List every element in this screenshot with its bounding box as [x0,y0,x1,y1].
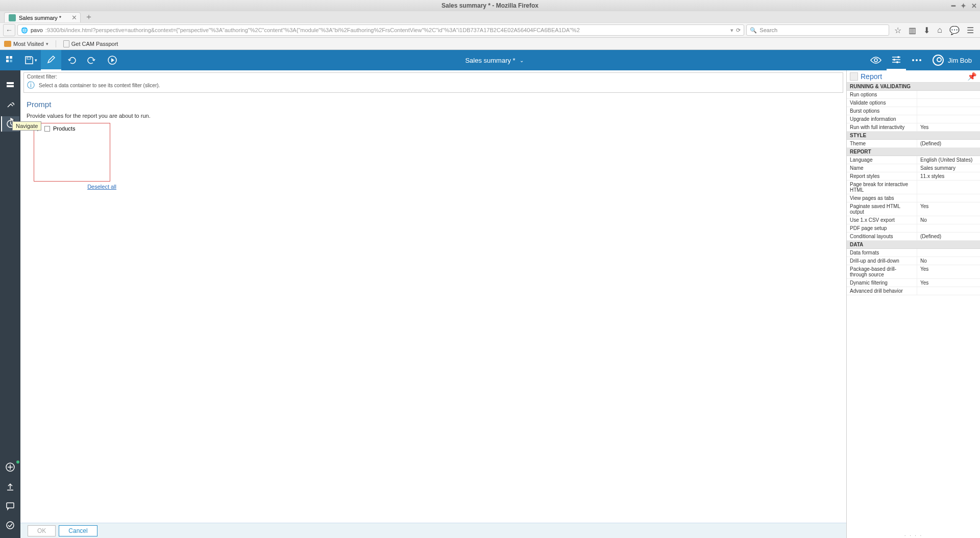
library-icon[interactable]: ▥ [909,25,916,35]
bookmark-cam-passport[interactable]: Get CAM Passport [63,40,118,47]
validate-button[interactable] [1,518,19,533]
deselect-all-link[interactable]: Deselect all [87,184,116,190]
property-label: Run options [847,91,917,98]
property-label: Upgrade information [847,115,917,123]
downloads-icon[interactable]: ⬇ [923,25,930,35]
property-row[interactable]: Advanced drill behavior [847,287,980,295]
run-button[interactable] [102,50,122,70]
toolbox-button[interactable] [1,97,19,112]
property-row[interactable]: View pages as tabs [847,194,980,202]
prompt-tree-select[interactable]: ▶ Products [34,123,110,182]
chat-button[interactable] [1,498,19,514]
tree-item-label: Products [53,125,75,132]
svg-rect-2 [6,60,9,62]
chevron-down-icon: ▾ [46,41,48,46]
url-input[interactable]: 🌐 pavo :9300/bi/index.html?perspective=a… [17,24,744,36]
app-switcher-button[interactable] [0,50,20,70]
svg-point-23 [7,522,14,529]
property-row[interactable]: PDF page setup [847,224,980,233]
bookmark-most-visited[interactable]: Most Visited ▾ [4,41,48,47]
close-tab-icon[interactable]: ✕ [71,14,77,21]
data-source-button[interactable] [1,78,19,93]
search-input[interactable]: 🔍 Search [746,24,889,36]
pin-icon[interactable]: 📌 [967,72,977,81]
property-value [917,249,980,257]
minimize-icon[interactable]: ━ [951,2,955,10]
main-canvas: Context filter: ⓘ Select a data containe… [20,70,846,538]
property-row[interactable]: Dynamic filteringYes [847,279,980,287]
property-row[interactable]: LanguageEnglish (United States) [847,156,980,164]
ok-button[interactable]: OK [28,525,56,536]
property-row[interactable]: Run with full interactivityYes [847,123,980,132]
property-label: Burst options [847,107,917,115]
reload-icon[interactable]: ⟳ [736,27,741,34]
checkbox[interactable] [44,126,50,132]
preview-button[interactable] [866,50,886,70]
cancel-button[interactable]: Cancel [59,525,97,536]
tree-item-products[interactable]: ▶ Products [37,125,107,132]
property-value [917,181,980,194]
property-row[interactable]: Report styles11.x styles [847,172,980,181]
menu-icon[interactable]: ☰ [967,25,974,35]
status-dot-icon [16,460,19,464]
property-row[interactable]: NameSales summary [847,164,980,172]
svg-rect-22 [7,503,14,508]
property-label: PDF page setup [847,224,917,232]
property-row[interactable]: Drill-up and drill-downNo [847,257,980,265]
add-button[interactable] [1,459,19,475]
browser-tab[interactable]: Sales summary * ✕ [4,12,81,22]
new-tab-button[interactable]: ＋ [81,12,97,22]
properties-toggle-button[interactable] [887,50,906,70]
property-label: View pages as tabs [847,194,917,202]
property-section-header: RUNNING & VALIDATING [847,83,980,91]
svg-point-13 [912,59,914,61]
document-title-area[interactable]: Sales summary * ⌄ [122,57,866,64]
property-row[interactable]: Upgrade information [847,115,980,123]
drag-handle-icon[interactable]: . . . . [847,530,980,538]
context-filter-bar: Context filter: ⓘ Select a data containe… [23,72,843,93]
property-row[interactable]: Paginate saved HTML outputYes [847,202,980,216]
property-label: Page break for interactive HTML [847,181,917,194]
more-button[interactable] [907,50,926,70]
browser-tab-bar: Sales summary * ✕ ＋ [0,11,980,22]
user-menu[interactable]: Jim Bob [933,55,972,66]
property-row[interactable]: Data formats [847,249,980,257]
chat-icon[interactable]: 💬 [949,25,960,35]
property-label: Paginate saved HTML output [847,202,917,216]
property-value: Yes [917,123,980,131]
svg-rect-17 [7,85,14,87]
property-row[interactable]: Run options [847,91,980,99]
dropdown-icon[interactable]: ▾ [730,27,733,34]
home-icon[interactable]: ⌂ [937,25,942,35]
property-row[interactable]: Use 1.x CSV exportNo [847,216,980,224]
svg-point-11 [893,59,895,61]
property-row[interactable]: Burst options [847,107,980,115]
property-value [917,107,980,115]
app-toolbar: ▾ Sales summary * ⌄ Jim Bob [0,50,980,70]
maximize-icon[interactable]: ✦ [961,2,966,10]
bookmark-star-icon[interactable]: ☆ [894,25,901,35]
property-row[interactable]: Validate options [847,99,980,107]
property-label: Report styles [847,172,917,180]
property-value: English (United States) [917,156,980,164]
url-path: :9300/bi/index.html?perspective=authorin… [45,27,728,33]
user-avatar-icon [933,55,944,66]
property-label: Run with full interactivity [847,123,917,131]
property-row[interactable]: Conditional layouts(Defined) [847,233,980,241]
svg-point-14 [916,59,918,61]
window-title: Sales summary * - Mozilla Firefox [442,2,538,9]
back-button[interactable]: ← [3,24,15,36]
globe-icon: 🌐 [21,27,28,34]
upload-button[interactable] [1,479,19,494]
redo-button[interactable] [82,50,102,70]
close-icon[interactable]: ✕ [971,2,977,10]
save-button[interactable]: ▾ [20,50,41,70]
tab-title: Sales summary * [19,15,61,21]
undo-button[interactable] [61,50,82,70]
edit-button[interactable] [41,50,61,70]
property-row[interactable]: Package-based drill-through sourceYes [847,265,980,279]
property-row[interactable]: Page break for interactive HTML [847,181,980,194]
property-row[interactable]: Theme(Defined) [847,140,980,148]
os-title-bar: Sales summary * - Mozilla Firefox ━ ✦ ✕ [0,0,980,11]
svg-point-10 [897,56,899,58]
